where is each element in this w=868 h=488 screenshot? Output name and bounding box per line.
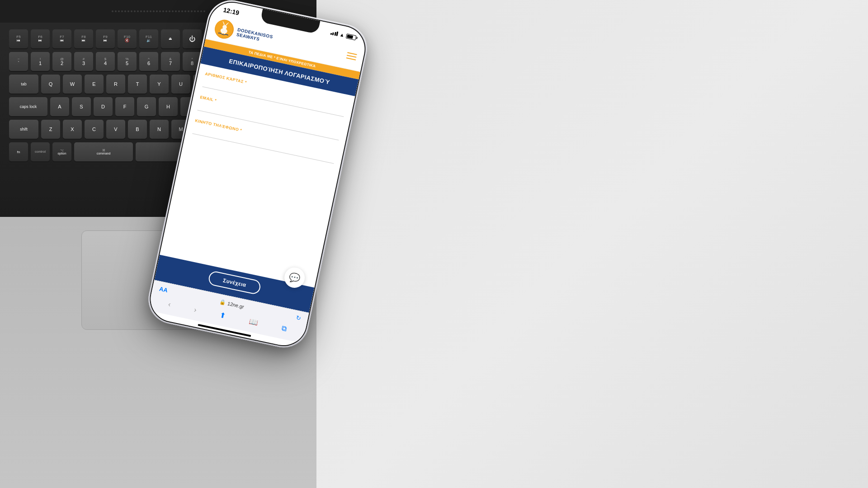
signal-bar-4 bbox=[336, 32, 338, 36]
speaker-dot bbox=[188, 10, 189, 12]
safari-lock-icon: 🔒 bbox=[219, 299, 226, 306]
speaker-dot bbox=[140, 10, 142, 12]
key-d: D bbox=[94, 97, 113, 116]
key-a: A bbox=[50, 97, 69, 116]
key-n: N bbox=[150, 120, 169, 139]
key-command: ⌘command bbox=[74, 142, 133, 161]
key-f: F bbox=[115, 97, 134, 116]
wifi-icon: ▲ bbox=[339, 32, 345, 38]
key-w: W bbox=[63, 75, 82, 94]
safari-tabs-button[interactable]: ⧉ bbox=[277, 322, 291, 336]
speaker-dot bbox=[203, 10, 205, 12]
scene: F5⏮ F6⏭ F7⏮ F8⏭ F9⏭ F10🔇 F11🔉 ⏏ ⏻ ~` !1 … bbox=[0, 0, 868, 488]
key-f7: F7⏮ bbox=[52, 29, 71, 48]
key-f5: F5⏮ bbox=[9, 29, 28, 48]
key-tilde: ~` bbox=[9, 52, 28, 71]
key-3: #3 bbox=[74, 52, 93, 71]
safari-aa-button[interactable]: AA bbox=[159, 285, 168, 294]
speaker-dot bbox=[165, 10, 167, 12]
key-c: C bbox=[85, 120, 104, 139]
speaker-dot bbox=[156, 10, 158, 12]
speaker-dot bbox=[184, 10, 186, 12]
safari-forward-button[interactable]: › bbox=[189, 303, 201, 316]
speaker-dot bbox=[137, 10, 139, 12]
speaker-dot bbox=[181, 10, 183, 12]
key-f10: F10🔇 bbox=[118, 29, 137, 48]
logo-text: DODEKANISOS SEAWAYS bbox=[236, 27, 274, 44]
key-v: V bbox=[106, 120, 125, 139]
speaker-dot bbox=[200, 10, 202, 12]
speaker-dot bbox=[112, 10, 113, 12]
safari-share-button[interactable]: ⬆ bbox=[215, 308, 231, 323]
speaker-dot bbox=[153, 10, 155, 12]
key-u: U bbox=[171, 75, 190, 94]
speaker-dot bbox=[146, 10, 148, 12]
key-r: R bbox=[106, 75, 125, 94]
background-right bbox=[316, 0, 868, 488]
key-power: ⏻ bbox=[183, 29, 202, 48]
key-t: T bbox=[128, 75, 147, 94]
speaker-dot bbox=[118, 10, 120, 12]
logo-circle bbox=[213, 18, 236, 41]
hamburger-line-2 bbox=[347, 55, 357, 58]
speaker-dot bbox=[143, 10, 145, 12]
key-tab: tab bbox=[9, 75, 38, 94]
safari-back-button[interactable]: ‹ bbox=[164, 297, 175, 311]
key-b: B bbox=[128, 120, 147, 139]
battery-icon bbox=[346, 33, 357, 40]
key-f8: F8⏭ bbox=[74, 29, 93, 48]
battery-fill bbox=[347, 34, 353, 38]
key-5: %5 bbox=[118, 52, 137, 71]
safari-url-area[interactable]: 🔒 12ne.gr bbox=[219, 299, 245, 310]
key-4: $4 bbox=[96, 52, 115, 71]
key-g: G bbox=[137, 97, 156, 116]
key-z: Z bbox=[41, 120, 60, 139]
key-2: @2 bbox=[52, 52, 71, 71]
signal-bars bbox=[330, 30, 338, 36]
key-q: Q bbox=[41, 75, 60, 94]
speaker-dot bbox=[127, 10, 129, 12]
speaker-dot bbox=[150, 10, 151, 12]
key-6: ^6 bbox=[139, 52, 158, 71]
key-e: E bbox=[85, 75, 104, 94]
speaker-dot bbox=[124, 10, 126, 12]
speaker-dot bbox=[159, 10, 161, 12]
hamburger-line-3 bbox=[346, 57, 356, 61]
speaker-dot bbox=[121, 10, 123, 12]
speaker-dot bbox=[197, 10, 199, 12]
key-f11: F11🔉 bbox=[139, 29, 158, 48]
key-f6: F6⏭ bbox=[31, 29, 50, 48]
speaker-dot bbox=[172, 10, 174, 12]
safari-bookmarks-button[interactable]: 📖 bbox=[245, 314, 263, 330]
key-x: X bbox=[63, 120, 82, 139]
key-fn: fn bbox=[9, 142, 28, 161]
safari-url-text: 12ne.gr bbox=[227, 300, 245, 309]
speaker-dot bbox=[175, 10, 177, 12]
key-capslock: caps lock bbox=[9, 97, 47, 116]
key-f9: F9⏭ bbox=[96, 29, 115, 48]
key-shift-left: shift bbox=[9, 120, 38, 139]
key-y: Y bbox=[150, 75, 169, 94]
key-1: !1 bbox=[31, 52, 50, 71]
safari-reload-button[interactable]: ↻ bbox=[295, 314, 302, 322]
key-h: H bbox=[159, 97, 178, 116]
speaker-dot bbox=[194, 10, 196, 12]
signal-bar-2 bbox=[332, 33, 334, 35]
hamburger-line-1 bbox=[347, 52, 357, 55]
key-control: control bbox=[31, 142, 50, 161]
speaker-dot bbox=[115, 10, 117, 12]
speaker-dot bbox=[191, 10, 193, 12]
status-time: 12:19 bbox=[222, 6, 240, 16]
speaker-dot bbox=[169, 10, 170, 12]
key-s: S bbox=[72, 97, 91, 116]
speaker-holes bbox=[112, 10, 205, 12]
key-option: ⌥option bbox=[52, 142, 71, 161]
hamburger-menu[interactable] bbox=[346, 52, 357, 60]
chat-icon: 💬 bbox=[288, 271, 301, 284]
logo-deer-svg bbox=[214, 19, 234, 39]
speaker-dot bbox=[134, 10, 136, 12]
speaker-dot bbox=[162, 10, 164, 12]
key-f12: ⏏ bbox=[161, 29, 180, 48]
key-7: &7 bbox=[161, 52, 180, 71]
speaker-dot bbox=[131, 10, 132, 12]
